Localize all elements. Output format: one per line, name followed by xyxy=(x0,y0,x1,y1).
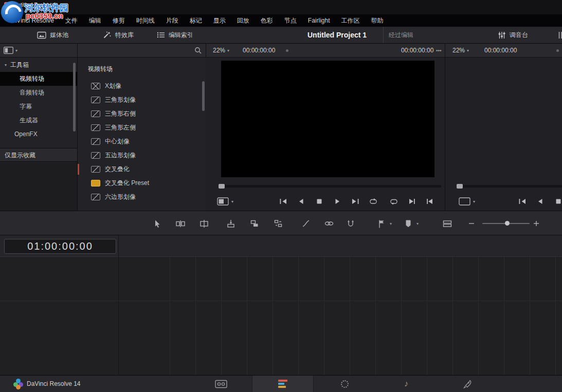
razor-edit-tool[interactable] xyxy=(197,217,211,230)
mixer-button[interactable]: 调音台 xyxy=(498,27,528,43)
sidebar-item-audio-transitions[interactable]: 音频转场 xyxy=(0,86,77,100)
seek-handle[interactable] xyxy=(219,184,225,189)
right-viewer-seek-bar[interactable] xyxy=(457,185,562,188)
marker-chevron-down-icon[interactable]: ▾ xyxy=(416,221,419,226)
flag-chevron-down-icon[interactable]: ▾ xyxy=(390,221,392,226)
timeline-timecode-display[interactable]: 01:00:00:00 xyxy=(4,239,116,254)
menu-trim[interactable]: 修剪 xyxy=(107,14,131,27)
link-clips-tool[interactable] xyxy=(322,217,336,230)
app-icon xyxy=(4,2,10,8)
overwrite-clip-tool[interactable] xyxy=(247,217,262,230)
menu-workspace[interactable]: 工作区 xyxy=(336,14,366,27)
play-around-button[interactable] xyxy=(388,196,400,207)
media-pool-button[interactable]: 媒体池 xyxy=(37,27,68,43)
insert-clip-tool[interactable] xyxy=(224,217,238,230)
menu-view[interactable]: 显示 xyxy=(208,14,231,27)
transition-item[interactable]: 三角形右侧 xyxy=(78,107,206,121)
video-transitions-panel: 视频转场 X划像 三角形划像 三角形右侧 三角形左侧 中心划像 五边形划像 交叉… xyxy=(77,58,206,211)
media-page-icon xyxy=(215,380,227,388)
transition-item[interactable]: 三角形划像 xyxy=(78,93,206,107)
menu-nodes[interactable]: 节点 xyxy=(279,14,302,27)
source-zoom-select[interactable]: 22%▾ xyxy=(213,44,229,57)
stop-button[interactable] xyxy=(553,196,562,207)
menu-edit[interactable]: 编辑 xyxy=(83,14,107,27)
timeline-viewer-timecode[interactable]: 00:00:00:00 xyxy=(484,44,517,57)
zoom-out-button[interactable] xyxy=(464,217,479,230)
sidebar-item-generators[interactable]: 生成器 xyxy=(0,114,77,127)
fairlight-page-icon: ♪ xyxy=(404,380,408,388)
page-tab-color[interactable] xyxy=(314,376,375,392)
zoom-slider[interactable] xyxy=(482,223,530,224)
replace-clip-tool[interactable] xyxy=(271,217,285,230)
flag-button[interactable] xyxy=(374,217,389,230)
sidebar-item-titles[interactable]: 字幕 xyxy=(0,100,77,114)
menu-help[interactable]: 帮助 xyxy=(366,14,389,27)
favorites-filter-toggle[interactable]: 仅显示收藏 xyxy=(0,148,77,162)
viewer-dot-indicator xyxy=(556,49,559,52)
trim-edit-tool[interactable] xyxy=(173,217,188,230)
transition-item[interactable]: X划像 xyxy=(78,79,206,93)
zoom-slider-knob[interactable] xyxy=(505,221,510,226)
source-duration-timecode[interactable]: 00:00:00:00 xyxy=(243,44,275,57)
color-page-icon xyxy=(341,380,349,388)
viewer-divider[interactable] xyxy=(445,58,445,211)
menu-fairlight[interactable]: Fairlight xyxy=(302,14,336,27)
page-tab-deliver[interactable] xyxy=(437,376,499,392)
toolbox-scrollbar[interactable] xyxy=(73,63,76,132)
track-header-divider xyxy=(118,235,119,375)
menu-timeline[interactable]: 时间线 xyxy=(131,14,160,27)
select-tool[interactable] xyxy=(150,217,164,230)
loop-button[interactable] xyxy=(368,196,379,207)
timeline-area[interactable]: 01:00:00:00 xyxy=(0,235,562,375)
menu-color[interactable]: 色彩 xyxy=(255,14,279,27)
seek-handle[interactable] xyxy=(457,184,463,189)
page-tab-media[interactable] xyxy=(190,376,252,392)
source-current-timecode[interactable]: 00:00:00:00 xyxy=(401,44,433,57)
transition-item[interactable]: 六边形划像 xyxy=(78,190,206,204)
menu-clip[interactable]: 片段 xyxy=(160,14,184,27)
transitions-scrollbar[interactable] xyxy=(202,81,205,111)
first-frame-button[interactable] xyxy=(517,196,528,207)
effects-library-button[interactable]: 特效库 xyxy=(103,27,134,43)
edit-index-button[interactable]: 编辑索引 xyxy=(157,27,193,43)
play-button[interactable] xyxy=(332,196,343,207)
sidebar-item-video-transitions[interactable]: 视频转场 xyxy=(0,72,77,86)
search-button[interactable] xyxy=(194,44,202,57)
step-back-button[interactable] xyxy=(535,196,546,207)
menu-mark[interactable]: 标记 xyxy=(184,14,208,27)
zoom-in-button[interactable] xyxy=(529,217,543,230)
first-frame-button[interactable] xyxy=(278,196,289,207)
last-frame-button[interactable] xyxy=(350,196,361,207)
edit-tools-toolbar: ▾ ▾ xyxy=(0,211,562,235)
step-back-button[interactable] xyxy=(296,196,307,207)
transition-item[interactable]: 五边形划像 xyxy=(78,148,206,162)
transition-item[interactable]: 中心划像 xyxy=(78,135,206,148)
sidebar-item-openfx[interactable]: OpenFX xyxy=(0,127,77,141)
menu-playback[interactable]: 回放 xyxy=(231,14,255,27)
page-tab-edit-active[interactable] xyxy=(252,376,314,392)
right-viewer-mode-dropdown[interactable]: ▾ xyxy=(459,197,475,206)
timeline-zoom-select[interactable]: 22%▾ xyxy=(452,44,469,57)
toolbox-header[interactable]: ▾ 工具箱 xyxy=(0,58,77,72)
transition-preset-icon xyxy=(91,180,100,186)
viewer-mode-dropdown[interactable]: ▾ xyxy=(217,197,233,206)
next-clip-button[interactable] xyxy=(406,196,418,207)
marker-button[interactable] xyxy=(401,217,415,230)
previous-clip-button[interactable] xyxy=(424,196,436,207)
page-tab-fairlight[interactable]: ♪ xyxy=(375,376,437,392)
stop-button[interactable] xyxy=(314,196,325,207)
curve-tool[interactable] xyxy=(299,217,313,230)
panel-layout-button[interactable]: ▾ xyxy=(4,44,17,57)
menu-file[interactable]: 文件 xyxy=(60,14,83,27)
menu-davinci-resolve[interactable]: DaVinci Resolve xyxy=(3,14,60,27)
chevron-down-icon: ▾ xyxy=(15,48,17,53)
timeline-view-options[interactable] xyxy=(440,217,455,230)
viewer-overflow-menu[interactable]: ••• xyxy=(436,44,442,57)
transition-item[interactable]: 三角形左侧 xyxy=(78,121,206,135)
clipped-panel-icon[interactable] xyxy=(557,27,562,43)
chevron-down-icon: ▾ xyxy=(231,199,233,204)
transition-item-cross-dissolve-preset[interactable]: 交叉叠化 Preset xyxy=(78,176,206,190)
snapping-tool[interactable] xyxy=(343,217,358,230)
viewer-seek-bar[interactable] xyxy=(219,185,441,188)
transition-item-cross-dissolve[interactable]: 交叉叠化 xyxy=(78,162,206,176)
